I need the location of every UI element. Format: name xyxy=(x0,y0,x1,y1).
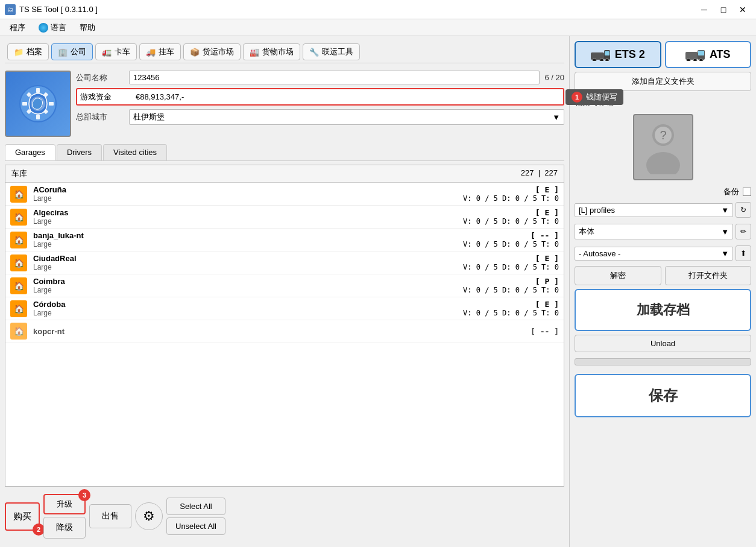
svg-point-18 xyxy=(687,58,690,61)
gear-button[interactable]: ⚙ xyxy=(135,502,163,530)
svg-point-13 xyxy=(600,58,603,61)
garage-list[interactable]: 🏠 ACoruña Large [ E ] V: 0 / 5 D: 0 / 5 … xyxy=(5,183,564,486)
ets2-label: ETS 2 xyxy=(615,48,645,61)
garage-item-detail: V: 0 / 5 D: 0 / 5 T: 0 xyxy=(463,286,559,294)
company-logo xyxy=(5,71,71,137)
garage-item-icon: 🏠 xyxy=(10,186,27,203)
city-dropdown[interactable]: 杜伊斯堡 ▼ xyxy=(129,109,564,125)
unselect-all-button[interactable]: Unselect All xyxy=(166,517,225,535)
upgrade-badge-num: 3 xyxy=(83,492,86,499)
garage-item-name: banja_luka-nt xyxy=(33,231,457,240)
downgrade-button-label: 降级 xyxy=(56,522,73,532)
svg-point-14 xyxy=(605,58,609,61)
list-item[interactable]: 🏠 banja_luka-nt Large [ -- ] V: 0 / 5 D:… xyxy=(5,229,564,251)
sub-tab-garages[interactable]: Garages xyxy=(5,144,55,160)
list-item[interactable]: 🏠 CiudadReal Large [ E ] V: 0 / 5 D: 0 /… xyxy=(5,251,564,274)
tab-files-label: 档案 xyxy=(27,46,42,57)
list-item[interactable]: 🏠 Córdoba Large [ E ] V: 0 / 5 D: 0 / 5 … xyxy=(5,297,564,320)
sell-button[interactable]: 出售 xyxy=(89,504,131,528)
tab-company[interactable]: 🏢 公司 xyxy=(51,43,93,60)
downgrade-button[interactable]: 降级 xyxy=(43,517,86,539)
garage-item-stats: [ -- ] V: 0 / 5 D: 0 / 5 T: 0 xyxy=(463,231,559,248)
company-counter: 6 / 20 xyxy=(544,73,564,82)
app-icon: 🗂 xyxy=(5,4,16,15)
ets2-button[interactable]: ETS 2 xyxy=(575,41,661,68)
garage-item-name: Coimbra xyxy=(33,277,457,286)
menu-language[interactable]: 语言 xyxy=(33,21,72,35)
city-row: 总部城市 杜伊斯堡 ▼ xyxy=(76,109,564,125)
profiles-value: [L] profiles xyxy=(579,206,615,215)
garage-item-icon: 🏠 xyxy=(10,255,27,271)
city-value: 杜伊斯堡 xyxy=(133,112,165,122)
garage-header: 车库 227 | 227 xyxy=(5,165,564,183)
sub-tab-drivers[interactable]: Drivers xyxy=(57,144,102,160)
menu-language-label: 语言 xyxy=(51,22,66,33)
list-item[interactable]: 🏠 Algeciras Large [ E ] V: 0 / 5 D: 0 / … xyxy=(5,206,564,229)
garage-item-stats: [ P ] V: 0 / 5 D: 0 / 5 T: 0 xyxy=(463,277,559,294)
add-folder-button[interactable]: 添加自定义文件夹 xyxy=(575,72,751,91)
minimize-button[interactable]: ─ xyxy=(696,3,713,16)
autosave-upload-button[interactable]: ⬆ xyxy=(736,245,751,261)
load-save-button[interactable]: 加载存档 xyxy=(575,289,751,331)
autosave-value: - Autosave - xyxy=(579,249,620,258)
garage-header-label: 车库 xyxy=(11,168,27,179)
backup-checkbox[interactable] xyxy=(743,188,751,196)
select-all-button[interactable]: Select All xyxy=(166,498,225,515)
ats-label: ATS xyxy=(710,48,731,61)
open-folder-button[interactable]: 打开文件夹 xyxy=(665,266,752,285)
tab-trailer[interactable]: 🚚 挂车 xyxy=(139,43,181,60)
garage-item-status: [ -- ] xyxy=(463,231,559,240)
tab-files[interactable]: 📁 档案 xyxy=(7,43,49,60)
avatar: ? xyxy=(633,114,693,180)
profiles-refresh-button[interactable]: ↻ xyxy=(736,202,751,218)
close-button[interactable]: ✕ xyxy=(734,3,751,16)
company-fields: 公司名称 6 / 20 游戏资金 1 钱随便写 xyxy=(76,71,564,125)
sub-tab-garages-label: Garages xyxy=(15,148,45,157)
tab-cargo-market[interactable]: 🏭 货物市场 xyxy=(243,43,300,60)
sub-tab-visited[interactable]: Visited cities xyxy=(103,144,167,160)
menu-help[interactable]: 帮助 xyxy=(74,21,101,35)
unload-button[interactable]: Unload xyxy=(575,335,751,352)
unload-label: Unload xyxy=(650,339,675,348)
open-folder-label: 打开文件夹 xyxy=(688,271,728,280)
city-label: 总部城市 xyxy=(76,112,124,122)
company-name-row: 公司名称 6 / 20 xyxy=(76,71,564,84)
tab-freight-market[interactable]: 📦 货运市场 xyxy=(183,43,241,60)
money-badge: 1 钱随便写 xyxy=(565,89,623,105)
company-name-input[interactable] xyxy=(129,71,540,84)
garage-item-status: [ P ] xyxy=(463,277,559,286)
profiles-dropdown[interactable]: [L] profiles ▼ xyxy=(575,203,733,217)
save-button[interactable]: 保存 xyxy=(575,374,751,417)
tab-company-label: 公司 xyxy=(71,46,86,57)
progress-bar xyxy=(575,358,751,365)
right-panel: ETS 2 ATS 添加自定义文件夹 档案与存档 xyxy=(569,36,756,547)
tab-truck[interactable]: 🚛 卡车 xyxy=(95,43,137,60)
profiles-chevron-icon: ▼ xyxy=(721,206,729,215)
money-input[interactable] xyxy=(133,91,560,103)
autosave-chevron-icon: ▼ xyxy=(721,249,729,258)
garage-item-detail: V: 0 / 5 D: 0 / 5 T: 0 xyxy=(463,240,559,248)
menu-program[interactable]: 程序 xyxy=(4,21,31,35)
sub-tab-drivers-label: Drivers xyxy=(67,148,92,157)
list-item[interactable]: 🏠 Coimbra Large [ P ] V: 0 / 5 D: 0 / 5 … xyxy=(5,274,564,297)
autosave-dropdown[interactable]: - Autosave - ▼ xyxy=(575,247,733,261)
unselect-all-label: Unselect All xyxy=(175,522,216,531)
logistics-icon: 🔧 xyxy=(309,48,319,57)
ats-button[interactable]: ATS xyxy=(665,41,752,68)
garage-item-icon: 🏠 xyxy=(10,209,27,226)
garage-item-stats: [ E ] V: 0 / 5 D: 0 / 5 T: 0 xyxy=(463,254,559,271)
decrypt-button[interactable]: 解密 xyxy=(575,266,661,285)
garage-item-name: ACoruña xyxy=(33,185,457,194)
tab-logistics[interactable]: 🔧 联运工具 xyxy=(303,43,360,60)
body-edit-button[interactable]: ✏ xyxy=(736,224,751,239)
garage-item-status: [ E ] xyxy=(463,254,559,263)
garage-item-type: Large xyxy=(33,286,457,294)
body-dropdown[interactable]: 本体 ▼ xyxy=(575,224,733,239)
maximize-button[interactable]: □ xyxy=(715,3,732,16)
garage-item-info: banja_luka-nt Large xyxy=(33,231,457,248)
list-item[interactable]: 🏠 kopcr-nt [ -- ] xyxy=(5,320,564,343)
list-item[interactable]: 🏠 ACoruña Large [ E ] V: 0 / 5 D: 0 / 5 … xyxy=(5,183,564,206)
garage-item-name: Córdoba xyxy=(33,300,457,309)
garage-item-info: ACoruña Large xyxy=(33,185,457,203)
menu-help-label: 帮助 xyxy=(80,22,95,33)
